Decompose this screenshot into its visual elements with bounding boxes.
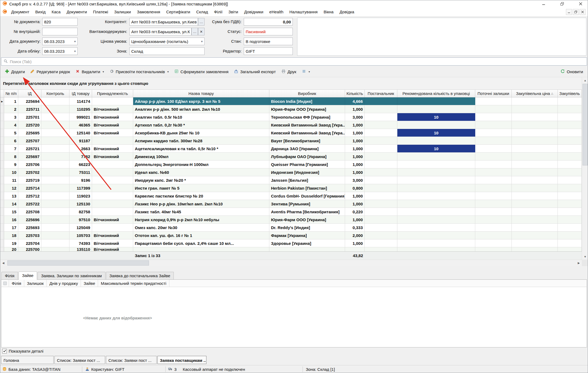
cell-qty[interactable]: 1,000	[345, 129, 365, 137]
cell-supplier[interactable]	[365, 232, 397, 239]
cell-current-stock[interactable]	[475, 192, 512, 200]
cell-current-stock[interactable]	[475, 113, 512, 121]
cell-control[interactable]	[41, 224, 69, 231]
scroll-up-icon[interactable]: ▲	[582, 77, 588, 83]
cell-name[interactable]: Аскорбинка-КВ дыня 25мг № 10	[133, 129, 269, 137]
column-header-current-stock[interactable]: Поточні залишки	[475, 90, 512, 97]
cell-origin[interactable]	[92, 200, 133, 208]
cell-id[interactable]: 225701	[18, 113, 41, 121]
table-row[interactable]: 2225711110295ВітчизнянийАналгин р-р д/ин…	[0, 105, 582, 113]
cell-supplier[interactable]	[365, 161, 397, 168]
contragent-field[interactable]: Апт №003 пгт.Барышевка, ул.Киев	[129, 18, 198, 26]
cell-tovar-id[interactable]: 999021	[69, 113, 92, 121]
cell-qty[interactable]: 1,000	[345, 239, 365, 247]
cell-origin[interactable]	[92, 168, 133, 176]
table-row[interactable]: 112257199196Имодиум капс. 2мг №20 *Janss…	[0, 176, 582, 184]
cell-manufacturer[interactable]: Dr. Reddy's [Индия]	[269, 224, 345, 231]
search-input[interactable]	[10, 59, 584, 64]
cell-purchase-price[interactable]	[512, 239, 558, 247]
cell-recommended[interactable]	[397, 192, 475, 200]
cell-control[interactable]	[41, 121, 69, 129]
cell-name[interactable]: Идеал капс. №60	[133, 168, 269, 176]
cell-tovar-id[interactable]: 135110	[69, 247, 92, 251]
cell-supplier[interactable]	[365, 208, 397, 215]
cell-purchase-price[interactable]	[512, 200, 558, 208]
cell-recommended[interactable]	[397, 161, 475, 168]
cell-indicator[interactable]	[0, 200, 4, 208]
cell-id[interactable]: 225720	[18, 121, 41, 129]
cell-current-stock[interactable]	[475, 97, 512, 105]
detail-tab[interactable]: Зайве	[19, 272, 37, 280]
cell-control[interactable]	[41, 97, 69, 105]
cell-origin[interactable]	[92, 176, 133, 184]
cell-current-stock[interactable]	[475, 137, 512, 144]
cell-manufacturer[interactable]: Queisser Pharma [Германия]	[269, 161, 345, 168]
cell-qty[interactable]: 0,220	[345, 208, 365, 215]
cell-name[interactable]: Доппельгерц Энерготоник-Н 1000мл	[133, 161, 269, 168]
cell-recommended[interactable]	[397, 105, 475, 113]
menu-item[interactable]: Довідка	[337, 8, 357, 16]
cell-control[interactable]	[41, 153, 69, 160]
cell-current-stock[interactable]	[475, 232, 512, 239]
cell-current-stock[interactable]	[475, 239, 512, 247]
cell-id[interactable]: 225721	[18, 145, 41, 152]
menu-item[interactable]: Звіти	[226, 8, 241, 16]
cell-purchase-price[interactable]	[512, 192, 558, 200]
cell-control[interactable]	[41, 239, 69, 247]
cell-id[interactable]: 225695	[18, 129, 41, 137]
cell-control[interactable]	[41, 192, 69, 200]
cell-tovar-id[interactable]: 2663	[69, 145, 92, 152]
internal-number-field[interactable]	[42, 28, 78, 35]
cell-current-stock[interactable]	[475, 168, 512, 176]
cell-num[interactable]: 5	[4, 129, 18, 137]
cell-supplier[interactable]	[365, 145, 397, 152]
column-header-purchase-extra[interactable]: Закупівель	[558, 90, 582, 97]
cell-tovar-id[interactable]: 7782	[69, 153, 92, 160]
table-row[interactable]: 622570791187Аспирин кардио табл. 300мг №…	[0, 137, 582, 145]
cell-manufacturer[interactable]: Киевский Витаминный Завод [Укра...	[269, 129, 345, 137]
cell-indicator[interactable]	[0, 121, 4, 129]
cell-origin[interactable]: Вітчизняний	[92, 232, 133, 239]
cell-purchase-price[interactable]	[512, 247, 558, 251]
assign-suppliers-button[interactable]: Присвоїти постачальників▾	[107, 67, 171, 76]
menu-item[interactable]: Залишки	[111, 8, 134, 16]
cell-supplier[interactable]	[365, 239, 397, 247]
cell-recommended[interactable]	[397, 200, 475, 208]
cell-indicator[interactable]	[0, 184, 4, 192]
cell-id[interactable]: 225707	[18, 137, 41, 144]
cell-purchase-extra[interactable]	[558, 121, 582, 129]
cell-supplier[interactable]	[365, 97, 397, 105]
cell-manufacturer[interactable]: Индонезия [Индонезия]	[269, 168, 345, 176]
cell-tovar-id[interactable]: 46365	[69, 121, 92, 129]
cell-tovar-id[interactable]: 66223	[69, 161, 92, 168]
detail-column-header[interactable]: Залишок	[24, 280, 47, 287]
cell-control[interactable]	[41, 129, 69, 137]
show-details-checkbox[interactable]	[2, 349, 7, 353]
cell-purchase-price[interactable]	[512, 208, 558, 215]
cell-recommended[interactable]	[397, 216, 475, 223]
cell-id[interactable]: 225706	[18, 161, 41, 168]
cell-recommended[interactable]: 10	[397, 129, 475, 137]
column-header-manufacturer[interactable]: Виробник	[269, 90, 345, 97]
delete-button[interactable]: Видалити▾	[73, 67, 106, 76]
cell-recommended[interactable]	[397, 97, 475, 105]
cell-manufacturer[interactable]: Cordus GmbH- Dusseldorf [Германия]	[269, 192, 345, 200]
cell-indicator[interactable]	[0, 208, 4, 215]
cell-num[interactable]: 2	[4, 105, 18, 113]
cell-name[interactable]: Айлар р-р д/ин. 100 ЕД/мл картр. 3 мл № …	[133, 97, 269, 105]
cell-supplier[interactable]	[365, 247, 397, 251]
cell-origin[interactable]	[92, 184, 133, 192]
horizontal-scrollbar[interactable]: ◀ ▶	[0, 260, 582, 266]
cell-manufacturer[interactable]: Bayer [Великобритания]	[269, 137, 345, 144]
cell-indicator[interactable]: ▸	[0, 97, 4, 105]
cell-name[interactable]: Ацетилсалициловая к-та табл. 0,5г №10 *	[133, 145, 269, 152]
cell-qty[interactable]: 1,000	[345, 216, 365, 223]
cell-purchase-price[interactable]	[512, 224, 558, 231]
cell-indicator[interactable]	[0, 247, 4, 251]
cell-id[interactable]: 225704	[18, 239, 41, 247]
cell-id[interactable]: 225722	[18, 200, 41, 208]
cell-current-stock[interactable]	[475, 224, 512, 231]
cell-num[interactable]: 10	[4, 168, 18, 176]
cell-current-stock[interactable]	[475, 105, 512, 113]
cell-name[interactable]: Парацетамол беби сусп. орал. 2,4% саше 1…	[133, 239, 269, 247]
